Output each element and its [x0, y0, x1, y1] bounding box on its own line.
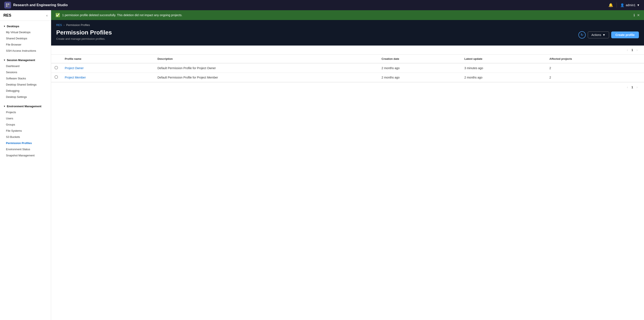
- sidebar-section-title-environment-management[interactable]: ▼ Environment Management: [0, 103, 51, 109]
- actions-label: Actions: [592, 33, 601, 36]
- row1-affected-projects-cell: 2: [546, 63, 644, 73]
- sidebar-item-environment-status[interactable]: Environment Status: [0, 146, 51, 152]
- sidebar-item-groups[interactable]: Groups: [0, 121, 51, 128]
- row1-creation-date-cell: 2 months ago: [378, 63, 461, 73]
- refresh-button[interactable]: ↻: [578, 31, 586, 38]
- table-body: Project Owner Default Permission Profile…: [51, 63, 644, 82]
- breadcrumb-home[interactable]: RES: [56, 23, 62, 26]
- user-icon: 👤: [620, 3, 624, 7]
- page-actions: ↻ Actions ▼ Create profile: [578, 31, 639, 38]
- page-title: Permission Profiles: [56, 29, 112, 36]
- content-area: ✅ 1 permission profile deleted successfu…: [51, 10, 644, 320]
- sidebar-item-software-stacks[interactable]: Software Stacks: [0, 75, 51, 81]
- session-management-arrow-icon: ▼: [4, 59, 6, 61]
- sidebar-item-snapshot-management[interactable]: Snapshot Management: [0, 152, 51, 159]
- page-number-top: 1: [632, 48, 633, 52]
- breadcrumb-current: Permission Profiles: [66, 23, 90, 26]
- sidebar-item-my-virtual-desktops[interactable]: My Virtual Desktops: [0, 29, 51, 35]
- table-header-select: [51, 55, 61, 63]
- row2-select-cell: [51, 73, 61, 82]
- breadcrumb: RES › Permission Profiles: [56, 23, 639, 26]
- sidebar-item-debugging[interactable]: Debugging: [0, 88, 51, 94]
- sidebar-section-title-session-management[interactable]: ▼ Session Management: [0, 57, 51, 63]
- actions-dropdown-icon: ▼: [602, 33, 606, 36]
- logo-icon: [4, 2, 11, 8]
- page-title-group: Permission Profiles Create and manage pe…: [56, 29, 112, 40]
- sidebar-item-file-systems[interactable]: File Systems: [0, 128, 51, 134]
- create-profile-button[interactable]: Create profile: [611, 31, 639, 38]
- page-number-bottom: 1: [632, 85, 633, 89]
- banner-close-button[interactable]: ✕: [637, 13, 640, 17]
- sidebar-section-environment-management: ▼ Environment Management Projects Users …: [0, 101, 51, 159]
- sidebar-item-projects[interactable]: Projects: [0, 109, 51, 115]
- table-header-latest-update: Latest update: [461, 55, 546, 63]
- sidebar-title: RES: [4, 13, 11, 18]
- svg-rect-1: [8, 3, 9, 5]
- table-area: ‹ 1 › Profile name Description Creation …: [51, 45, 644, 320]
- user-menu[interactable]: 👤 admin1 ▼: [620, 3, 640, 7]
- row1-radio-button[interactable]: [54, 66, 58, 69]
- row2-profile-link[interactable]: Project Member: [65, 76, 86, 79]
- table-row: Project Owner Default Permission Profile…: [51, 63, 644, 73]
- row1-description-cell: Default Permission Profile for Project O…: [154, 63, 378, 73]
- row2-radio-button[interactable]: [54, 75, 58, 79]
- sidebar-item-s3-buckets[interactable]: S3 Buckets: [0, 134, 51, 140]
- sidebar-header: RES ‹: [0, 10, 51, 21]
- row2-affected-projects-cell: 2: [546, 73, 644, 82]
- row1-select-cell: [51, 63, 61, 73]
- success-banner: ✅ 1 permission profile deleted successfu…: [51, 10, 644, 20]
- environment-management-label: Environment Management: [7, 105, 42, 108]
- sidebar-section-desktops: ▼ Desktops My Virtual Desktops Shared De…: [0, 21, 51, 55]
- actions-button[interactable]: Actions ▼: [588, 31, 609, 38]
- page-title-row: Permission Profiles Create and manage pe…: [56, 29, 639, 40]
- next-page-button-bottom[interactable]: ›: [635, 85, 639, 90]
- desktops-arrow-icon: ▼: [4, 25, 6, 27]
- sidebar-item-permission-profiles[interactable]: Permission Profiles: [0, 140, 51, 146]
- breadcrumb-separator: ›: [64, 23, 64, 26]
- top-nav: Research and Engineering Studio 🔔 👤 admi…: [0, 0, 644, 10]
- prev-page-button-bottom[interactable]: ‹: [626, 85, 629, 90]
- user-name: admin1: [626, 3, 636, 7]
- svg-rect-3: [8, 5, 9, 7]
- app-title: Research and Engineering Studio: [13, 3, 68, 7]
- row2-profile-name-cell: Project Member: [61, 73, 154, 82]
- page-subtitle: Create and manage permission profiles.: [56, 37, 112, 40]
- svg-rect-2: [6, 5, 8, 7]
- sidebar-item-shared-desktops[interactable]: Shared Desktops: [0, 35, 51, 41]
- session-management-label: Session Management: [7, 58, 35, 62]
- row2-description-cell: Default Permission Profile for Project M…: [154, 73, 378, 82]
- row1-latest-update-cell: 3 minutes ago: [461, 63, 546, 73]
- sidebar-item-file-browser[interactable]: File Browser: [0, 41, 51, 48]
- pagination-bottom: ‹ 1 ›: [51, 82, 644, 92]
- table-header: Profile name Description Creation date L…: [51, 55, 644, 63]
- sidebar-item-users[interactable]: Users: [0, 115, 51, 121]
- row1-profile-link[interactable]: Project Owner: [65, 66, 84, 70]
- row1-profile-name-cell: Project Owner: [61, 63, 154, 73]
- main-layout: RES ‹ ▼ Desktops My Virtual Desktops Sha…: [0, 10, 644, 320]
- sidebar-item-desktop-shared-settings[interactable]: Desktop Shared Settings: [0, 81, 51, 88]
- prev-page-button-top[interactable]: ‹: [626, 48, 629, 52]
- sidebar-item-dashboard[interactable]: Dashboard: [0, 63, 51, 69]
- sidebar: RES ‹ ▼ Desktops My Virtual Desktops Sha…: [0, 10, 51, 320]
- table-header-affected-projects: Affected projects: [546, 55, 644, 63]
- sidebar-collapse-button[interactable]: ‹: [46, 14, 48, 17]
- info-icon[interactable]: ℹ: [634, 13, 635, 17]
- nav-divider: [616, 2, 617, 8]
- desktops-label: Desktops: [7, 25, 20, 28]
- page-header: RES › Permission Profiles Permission Pro…: [51, 20, 644, 45]
- sidebar-item-ssh-access[interactable]: SSH Access Instructions: [0, 48, 51, 54]
- app-logo: Research and Engineering Studio: [4, 2, 68, 8]
- sidebar-item-sessions[interactable]: Sessions: [0, 69, 51, 75]
- success-icon: ✅: [55, 13, 60, 17]
- sidebar-section-session-management: ▼ Session Management Dashboard Sessions …: [0, 55, 51, 101]
- row2-creation-date-cell: 2 months ago: [378, 73, 461, 82]
- top-nav-actions: 🔔 👤 admin1 ▼: [608, 2, 640, 8]
- next-page-button-top[interactable]: ›: [635, 48, 639, 52]
- table-header-creation-date: Creation date: [378, 55, 461, 63]
- permission-profiles-table: Profile name Description Creation date L…: [51, 55, 644, 82]
- sidebar-item-desktop-settings[interactable]: Desktop Settings: [0, 94, 51, 100]
- bell-icon[interactable]: 🔔: [608, 3, 613, 7]
- sidebar-section-title-desktops[interactable]: ▼ Desktops: [0, 23, 51, 29]
- svg-rect-0: [6, 3, 8, 5]
- table-header-description: Description: [154, 55, 378, 63]
